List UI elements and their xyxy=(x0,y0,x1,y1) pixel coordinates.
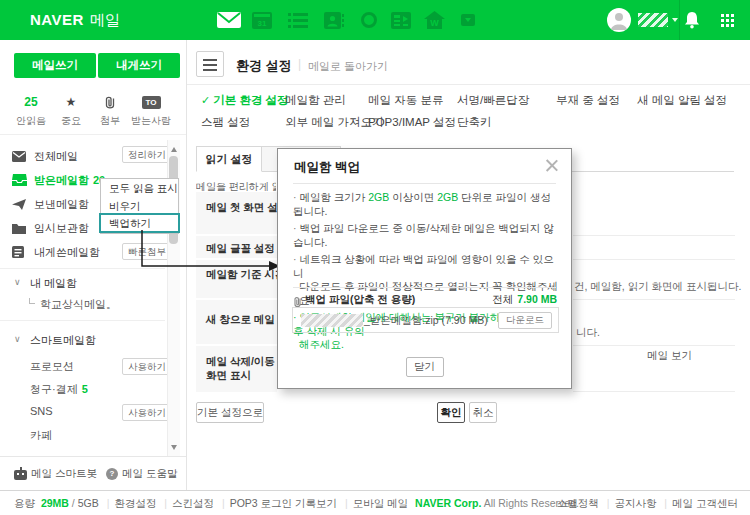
setting-row-after-delete: 메일 삭제/이동 후 화면 표시 xyxy=(196,346,277,392)
mail-icon[interactable] xyxy=(215,0,243,40)
modal-divider xyxy=(293,287,556,288)
my-mailbox-header[interactable]: 내 메일함 xyxy=(30,276,77,291)
mailbox-backup-modal: 메일함 백업 메일함 크기가 2GB 이상이면 2GB 단위로 파일이 생성됩니… xyxy=(277,148,572,389)
my-mailbox-item[interactable]: 학교상식메일。 xyxy=(40,297,117,312)
profile-avatar[interactable] xyxy=(607,8,631,32)
sidebar-footer: 메일 스마트봇 ? 메일 도움말 xyxy=(0,456,186,490)
tree-branch-icon xyxy=(29,298,35,304)
chevron-down-icon[interactable]: ∨ xyxy=(14,334,21,344)
footer-spam-policy-link[interactable]: 스팸정책 xyxy=(557,497,599,509)
back-to-mail-link[interactable]: 메일로 돌아가기 xyxy=(308,59,388,74)
cancel-button[interactable]: 취소 xyxy=(469,402,497,423)
row-divider xyxy=(573,345,735,346)
sidebar-divider xyxy=(186,40,187,490)
smart-item-billing[interactable]: 청구·결제5 xyxy=(30,382,88,397)
quick-attach-button[interactable]: 빠른첨부 xyxy=(122,243,172,260)
account-dropdown-caret-icon[interactable] xyxy=(672,18,678,22)
footer-skin-link[interactable]: 스킨설정 xyxy=(172,497,214,509)
send-icon xyxy=(12,196,26,214)
list-icon[interactable] xyxy=(286,0,310,40)
nav-basic-settings[interactable]: ✓기본 환경 설정 xyxy=(201,93,296,108)
nav-new-mail-alert[interactable]: 새 메일 알림 설정 xyxy=(637,93,732,108)
calendar-day: 31 xyxy=(252,19,272,28)
menu-item-backup[interactable]: 백업하기 xyxy=(99,213,180,233)
compose-to-me-button[interactable]: 내게쓰기 xyxy=(98,53,180,78)
use-button-sns[interactable]: 사용하기 xyxy=(122,404,172,421)
nav-spam-settings[interactable]: 스팸 설정 xyxy=(201,115,296,130)
organize-button[interactable]: 정리하기 xyxy=(122,146,172,163)
calendar-icon[interactable]: 31 xyxy=(250,0,274,40)
tab-reading-settings[interactable]: 읽기 설정 xyxy=(196,146,262,172)
scroll-down-arrow-icon[interactable] xyxy=(171,445,177,450)
nav-external-mail[interactable]: 외부 메일 가져오기 xyxy=(285,115,380,130)
footer-mobile-mail-link[interactable]: 모바일 메일 xyxy=(353,497,408,509)
total-label: 전체 xyxy=(492,293,513,305)
close-icon[interactable] xyxy=(544,158,559,173)
total-size: 7.90 MB xyxy=(517,293,557,305)
topbar-separator: | xyxy=(298,57,301,71)
contacts-icon[interactable] xyxy=(322,0,346,40)
filter-unread[interactable]: 25 안읽음 xyxy=(11,93,51,128)
topbar-divider xyxy=(187,84,750,85)
modal-header-divider xyxy=(293,183,556,184)
smart-item-promotion[interactable]: 프로모션 xyxy=(30,359,74,374)
username-redacted[interactable] xyxy=(638,13,668,27)
smart-item-cafe[interactable]: 카페 xyxy=(30,428,52,443)
mail-smartbot-link[interactable]: 메일 스마트봇 xyxy=(14,467,97,481)
scroll-up-arrow-icon[interactable] xyxy=(171,147,177,152)
backup-file-row: _받은메일함.zip (7.90 MB) 다운로드 xyxy=(292,307,559,333)
board-icon[interactable] xyxy=(389,0,413,40)
menu-hamburger-button[interactable] xyxy=(196,51,224,77)
star-icon: ★ xyxy=(51,93,91,111)
use-button-promotion[interactable]: 사용하기 xyxy=(122,358,172,375)
naver-mail-logo[interactable]: NAVER메일 xyxy=(30,0,120,40)
mail-help-link[interactable]: ? 메일 도움말 xyxy=(106,467,177,481)
pay-home-icon[interactable]: W xyxy=(422,0,446,40)
filter-attachment[interactable]: 첨부 xyxy=(90,93,130,128)
band-icon[interactable] xyxy=(358,0,380,40)
footer-pop3-log-link[interactable]: POP3 로그인 기록보기 xyxy=(230,497,337,509)
occluded-text-fragment: 니다. xyxy=(576,326,600,340)
sidebar-section-divider xyxy=(0,320,165,321)
apps-grid-icon[interactable] xyxy=(716,0,738,40)
download-button[interactable]: 다운로드 xyxy=(498,312,552,329)
nav-auto-sort[interactable]: 메일 자동 분류 xyxy=(368,93,463,108)
footer-settings-link[interactable]: 환경설정 xyxy=(114,497,156,509)
check-icon: ✓ xyxy=(201,94,210,106)
footer-customer-center-link[interactable]: 메일 고객센터 xyxy=(672,497,738,509)
unread-count: 25 xyxy=(11,93,51,111)
paperclip-icon xyxy=(90,93,130,111)
chevron-down-icon[interactable]: ∨ xyxy=(14,277,21,287)
smart-item-sns[interactable]: SNS xyxy=(30,405,53,417)
backup-file-header: 백업 파일(압축 전 용량) 전체7.90 MB xyxy=(293,293,557,306)
quota-used: 29MB xyxy=(41,497,69,509)
filter-recipient[interactable]: TO 받는사람 xyxy=(131,93,171,128)
confirm-button[interactable]: 확인 xyxy=(437,402,465,423)
more-services-icon[interactable] xyxy=(458,0,478,40)
nav-pop3-imap[interactable]: POP3/IMAP 설정 xyxy=(368,115,463,130)
setting-row-timezone: 메일함 기준 시간 xyxy=(196,260,277,298)
to-badge: TO xyxy=(142,96,161,109)
nav-signature[interactable]: 서명/빠른답장 xyxy=(457,93,552,108)
help-icon: ? xyxy=(106,468,118,480)
person-icon xyxy=(607,8,631,32)
compose-mail-button[interactable]: 메일쓰기 xyxy=(14,53,96,78)
row-divider xyxy=(573,299,735,300)
reset-defaults-button[interactable]: 기본 설정으로 xyxy=(196,402,264,423)
sidebar-section-divider xyxy=(0,268,165,269)
sidebar-section-divider xyxy=(0,134,186,135)
setting-row-font: 메일 글꼴 설정 xyxy=(196,236,277,258)
header-divider xyxy=(679,0,680,40)
inbox-tray-icon xyxy=(12,172,27,190)
nav-mailbox-management[interactable]: 메일함 관리 xyxy=(285,93,380,108)
app-footer: 용량 29MB / 5GB |환경설정 |스킨설정 |POP3 로그인 기록보기… xyxy=(0,490,750,515)
footer-notice-link[interactable]: 공지사항 xyxy=(614,497,656,509)
modal-close-button[interactable]: 닫기 xyxy=(406,357,444,377)
filter-important[interactable]: ★ 중요 xyxy=(51,93,91,128)
smart-mailbox-header[interactable]: 스마트메일함 xyxy=(30,333,96,348)
menu-item-mark-all-read[interactable]: 모두 읽음 표시 xyxy=(101,179,178,197)
modal-title: 메일함 백업 xyxy=(294,159,360,176)
svg-text:W: W xyxy=(430,18,439,28)
nav-shortcuts[interactable]: 단축키 xyxy=(457,115,552,130)
notification-bell-icon[interactable] xyxy=(682,0,702,40)
